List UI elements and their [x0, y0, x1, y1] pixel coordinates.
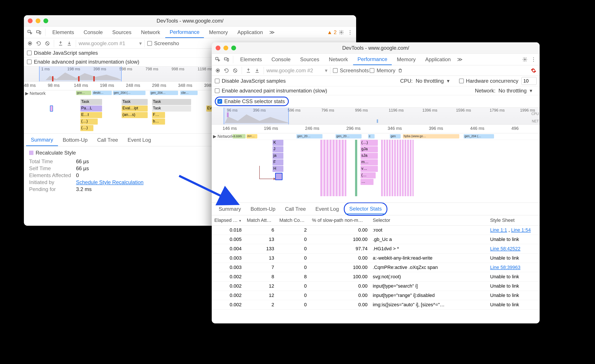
flame-chart[interactable]: K J ja F H (…) gJa sJa m… v… (… … — [212, 140, 540, 203]
paint-instr-checkbox[interactable]: Enable advanced paint instrumentation (s… — [215, 88, 327, 94]
record-icon[interactable] — [26, 40, 34, 47]
upload-icon[interactable] — [245, 67, 252, 74]
table-row[interactable]: 0.0031300.00a:-webkit-any-link:read-writ… — [212, 253, 540, 263]
tab-network[interactable]: Network — [325, 54, 352, 65]
table-row[interactable]: 0.004133097.74.HG1dvd > *Line 58:42522 — [212, 244, 540, 253]
kebab-icon[interactable]: ⋮ — [530, 56, 538, 63]
flame-block[interactable]: sJa — [361, 153, 378, 159]
network-value[interactable]: No throttling — [499, 88, 527, 94]
btab-eventlog[interactable]: Event Log — [311, 203, 344, 215]
col-match-co[interactable]: Match Co… — [277, 215, 309, 225]
titlebar[interactable]: DevTools - www.google.com/ — [24, 15, 356, 27]
tab-network[interactable]: Network — [137, 27, 164, 38]
flame-block[interactable]: (…) — [80, 119, 98, 125]
screenshots-checkbox[interactable]: Screenshots — [333, 68, 369, 74]
timeline-axis[interactable]: 146 ms 196 ms 246 ms 296 ms 346 ms 396 m… — [212, 125, 540, 133]
flame-block[interactable]: Eval…ipt — [122, 105, 148, 112]
tab-elements[interactable]: Elements — [236, 54, 266, 65]
download-icon[interactable] — [65, 40, 73, 47]
net-item[interactable]: deskt… — [92, 91, 112, 95]
overview-timeline[interactable]: 96 ms 396 ms 596 ms 796 ms 996 ms 1196 m… — [212, 108, 540, 125]
flame-block[interactable]: Task — [122, 99, 148, 105]
flame-block[interactable]: E…t — [80, 112, 102, 118]
btab-calltree[interactable]: Call Tree — [280, 203, 311, 215]
close-icon[interactable] — [216, 46, 220, 50]
minimize-icon[interactable] — [35, 18, 40, 23]
flame-block[interactable]: v… — [361, 166, 378, 172]
flame-block[interactable]: (…) — [361, 140, 378, 146]
flame-block[interactable]: m… — [361, 159, 378, 165]
clear-icon[interactable] — [231, 67, 239, 74]
flame-block[interactable]: Pa…L — [80, 105, 102, 112]
upload-icon[interactable] — [57, 40, 64, 47]
net-item[interactable]: e.com — [233, 134, 246, 139]
warnings-badge[interactable]: ▲ 2 — [327, 29, 337, 35]
net-item[interactable]: hpba (www.go… — [403, 134, 459, 139]
col-slowpath[interactable]: % of slow-path non-m… — [309, 215, 370, 225]
tab-elements[interactable]: Elements — [48, 27, 78, 38]
table-row[interactable]: 0.0021200.00input[type="range" i]:disabl… — [212, 291, 540, 300]
css-stats-checkbox[interactable]: ✓Enable CSS selector stats — [217, 98, 285, 105]
tab-sources[interactable]: Sources — [296, 54, 324, 65]
btab-bottomup[interactable]: Bottom-Up — [246, 203, 280, 215]
chevron-down-icon[interactable]: ▾ — [447, 78, 449, 84]
chevron-down-icon[interactable]: ▾ — [530, 88, 532, 94]
table-row[interactable]: 0.0021200.00input[type="search" i]Unable… — [212, 281, 540, 291]
table-row[interactable]: 0.00370100.00.CqmPRe:active .oXqZxc span… — [212, 263, 540, 272]
stylesheet-cell[interactable]: Line 58:42522 — [488, 244, 540, 253]
flame-block[interactable]: (an…s) — [122, 112, 148, 118]
stylesheet-link[interactable]: Line 58:39963 — [490, 265, 520, 270]
col-match-att[interactable]: Match Att… — [244, 215, 277, 225]
flame-block[interactable]: Task — [152, 99, 191, 105]
stylesheet-link[interactable]: Line 58:42522 — [490, 246, 520, 251]
close-icon[interactable] — [28, 18, 33, 23]
tab-memory[interactable]: Memory — [205, 27, 232, 38]
flame-block[interactable]: F — [273, 159, 283, 165]
col-selector[interactable]: Selector — [370, 215, 488, 225]
col-elapsed[interactable]: Elapsed …▼ — [212, 215, 244, 225]
gear-icon[interactable] — [337, 28, 345, 36]
hw-concurrency-checkbox[interactable]: Hardware concurrency — [459, 78, 518, 84]
more-tabs-icon[interactable]: ≫ — [268, 28, 276, 36]
clear-icon[interactable] — [43, 40, 51, 47]
kebab-icon[interactable]: ⋮ — [346, 28, 354, 36]
flame-block[interactable]: (…) — [80, 125, 93, 131]
record-icon[interactable] — [214, 67, 222, 74]
device-toggle-icon[interactable] — [223, 56, 230, 63]
gear-icon[interactable] — [521, 56, 529, 63]
col-stylesheet[interactable]: Style Sheet — [488, 215, 540, 225]
btab-selectorstats[interactable]: Selector Stats — [346, 204, 386, 214]
net-item[interactable]: m=… — [247, 134, 257, 139]
btab-bottomup[interactable]: Bottom-Up — [58, 134, 92, 146]
more-tabs-icon[interactable]: ≫ — [456, 56, 464, 63]
reload-icon[interactable] — [35, 40, 42, 47]
flame-block[interactable]: Task — [80, 99, 102, 105]
profile-select[interactable]: www.google.com #1 — [79, 40, 125, 46]
zoom-icon[interactable] — [231, 46, 236, 50]
download-icon[interactable] — [253, 67, 261, 74]
flame-block[interactable]: ja — [273, 153, 283, 159]
tab-application[interactable]: Application — [421, 54, 455, 65]
profile-select[interactable]: www.google.com #2 — [266, 68, 313, 74]
reload-icon[interactable] — [223, 67, 230, 74]
tab-performance[interactable]: Performance — [353, 54, 391, 65]
btab-summary[interactable]: Summary — [214, 203, 246, 215]
net-item[interactable]: gen_204 (… — [464, 134, 494, 139]
device-toggle-icon[interactable] — [35, 28, 42, 36]
flame-block[interactable]: b… — [152, 119, 165, 125]
net-item[interactable]: gen — [390, 134, 401, 139]
table-row[interactable]: 0.018620.00:rootLine 1:1 , Line 1:54 — [212, 225, 540, 235]
inspect-icon[interactable] — [214, 56, 222, 63]
stylesheet-link[interactable]: Line 1:1 — [490, 227, 507, 233]
btab-summary[interactable]: Summary — [26, 134, 58, 146]
flame-block[interactable]: K — [273, 140, 283, 146]
net-item[interactable]: gen_204… — [150, 91, 178, 95]
flame-block[interactable]: (… — [361, 172, 376, 178]
initiated-link[interactable]: Schedule Style Recalculation — [76, 179, 143, 185]
memory-checkbox[interactable]: Memory — [370, 68, 396, 74]
btab-calltree[interactable]: Call Tree — [92, 134, 123, 146]
net-item[interactable]: clie… — [180, 91, 198, 95]
inspect-icon[interactable] — [26, 28, 34, 36]
tab-performance[interactable]: Performance — [165, 27, 204, 38]
net-item[interactable]: gen_20… — [297, 134, 322, 139]
